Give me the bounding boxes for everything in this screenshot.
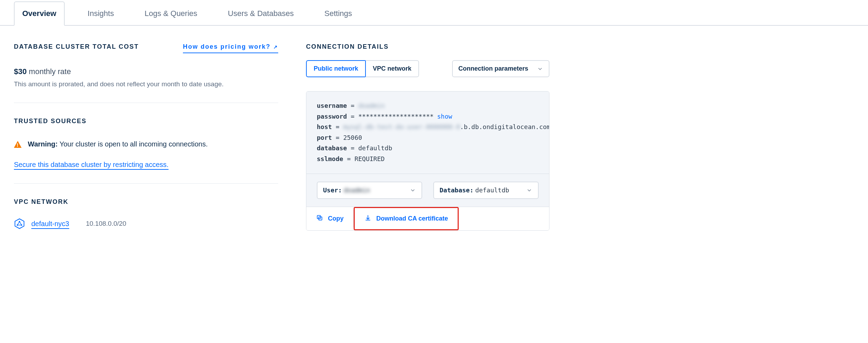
tab-users-databases[interactable]: Users & Databases (220, 2, 302, 25)
public-network-button[interactable]: Public network (306, 60, 365, 77)
user-select-value: doadmin (344, 186, 370, 194)
warning-label: Warning: (28, 140, 58, 148)
tab-insights[interactable]: Insights (80, 2, 122, 25)
cost-prorated-note: This amount is prorated, and does not re… (14, 80, 278, 88)
network-segmented-control: Public network VPC network (306, 60, 419, 77)
connection-code: username = doadmin password = **********… (306, 91, 549, 174)
vpc-cidr: 10.108.0.0/20 (86, 220, 126, 228)
tab-overview[interactable]: Overview (14, 1, 65, 26)
warning-text-value: Your cluster is open to all incoming con… (59, 140, 208, 148)
pricing-help-link[interactable]: How does pricing work? ↗ (183, 43, 278, 53)
chevron-down-icon (537, 66, 543, 72)
tab-settings[interactable]: Settings (317, 2, 360, 25)
database-select-label: Database: (440, 186, 474, 194)
chevron-down-icon (526, 187, 532, 193)
cost-title: DATABASE CLUSTER TOTAL COST (14, 43, 139, 50)
external-link-icon: ↗ (273, 44, 278, 50)
password-key: password (317, 111, 347, 122)
tabs-bar: Overview Insights Logs & Queries Users &… (0, 0, 868, 26)
vpc-network-title: VPC NETWORK (14, 198, 278, 206)
connection-parameters-dropdown[interactable]: Connection parameters (452, 60, 549, 77)
download-ca-label: Download CA certificate (376, 215, 448, 222)
database-select[interactable]: Database: defaultdb (433, 182, 539, 199)
sslmode-key: sslmode (317, 154, 343, 165)
divider (14, 103, 278, 103)
tab-logs-queries[interactable]: Logs & Queries (137, 2, 205, 25)
database-key: database (317, 143, 347, 154)
database-select-value: defaultdb (475, 186, 509, 194)
port-value: 25060 (343, 133, 362, 143)
user-select[interactable]: User: doadmin (317, 182, 422, 199)
username-value: doadmin (358, 101, 385, 111)
divider (14, 183, 278, 184)
copy-label: Copy (328, 215, 344, 222)
username-key: username (317, 101, 347, 111)
warning-icon (14, 141, 22, 148)
host-suffix: .b.db.ondigitalocean.com (460, 122, 549, 133)
host-key: host (317, 122, 332, 133)
password-mask: ******************** (358, 111, 434, 122)
cost-value: $30 (14, 67, 27, 76)
trusted-sources-title: TRUSTED SOURCES (14, 118, 278, 125)
user-select-label: User: (323, 186, 342, 194)
secure-cluster-link[interactable]: Secure this database cluster by restrict… (14, 161, 169, 169)
download-icon (364, 214, 371, 223)
download-ca-certificate-button[interactable]: Download CA certificate (355, 208, 458, 229)
vpc-network-link[interactable]: default-nyc3 (31, 220, 69, 228)
chevron-down-icon (410, 187, 416, 193)
port-key: port (317, 133, 332, 143)
database-value: defaultdb (358, 143, 392, 154)
pricing-help-label: How does pricing work? (183, 43, 271, 50)
vpc-network-button[interactable]: VPC network (365, 60, 419, 77)
connection-details-title: CONNECTION DETAILS (306, 43, 549, 50)
cost-amount: $30 monthly rate (14, 67, 278, 76)
copy-button[interactable]: Copy (306, 208, 353, 229)
password-show-link[interactable]: show (437, 111, 452, 122)
svg-marker-0 (15, 219, 24, 229)
sslmode-value: REQUIRED (354, 154, 385, 165)
connection-parameters-label: Connection parameters (458, 65, 528, 72)
trusted-warning: Warning: Your cluster is open to all inc… (14, 140, 278, 148)
vpc-icon (14, 218, 25, 229)
host-blur: mysql-db-test-do-user-0000000-0 (343, 122, 460, 133)
connection-box: username = doadmin password = **********… (306, 91, 549, 231)
cost-rate-label: monthly rate (29, 67, 71, 76)
copy-icon (316, 214, 323, 223)
